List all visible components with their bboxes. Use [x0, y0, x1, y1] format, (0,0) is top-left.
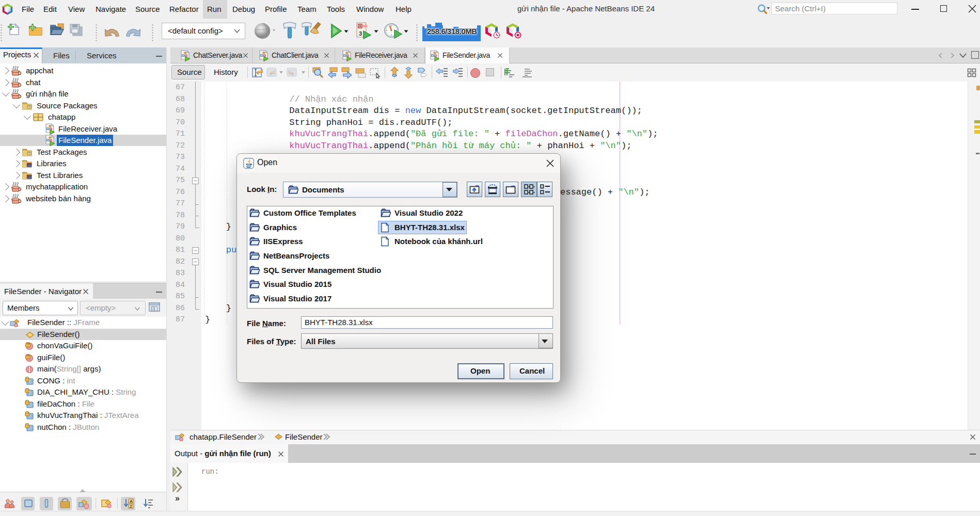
svg-text:3: 3 [359, 30, 362, 37]
svg-text:A: A [130, 499, 133, 504]
svg-text:Z: Z [130, 504, 132, 509]
